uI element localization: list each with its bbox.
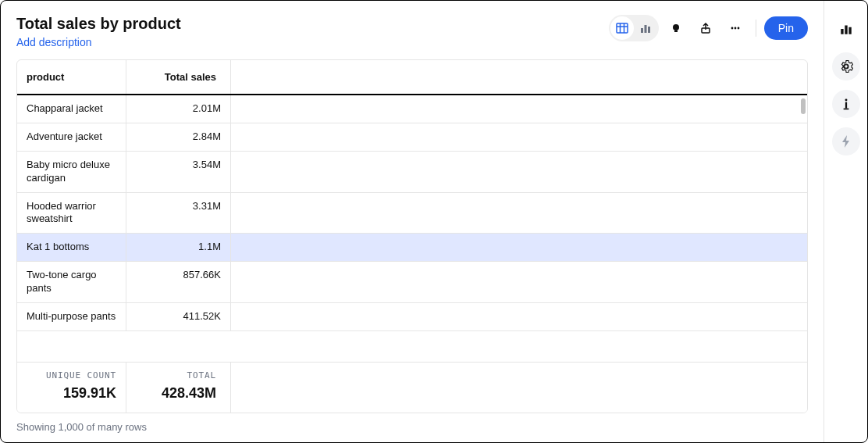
cell-sales: 2.01M (126, 95, 231, 123)
svg-rect-15 (848, 27, 851, 34)
table-header: product Total sales (17, 60, 807, 95)
share-icon (699, 22, 712, 34)
column-header-product[interactable]: product (17, 60, 126, 94)
cell-rest (231, 262, 807, 302)
title-block: Total sales by product Add description (16, 15, 181, 48)
cell-rest (231, 234, 807, 261)
cell-product: Kat 1 bottoms (17, 234, 126, 261)
table-row[interactable]: Hooded warrior sweatshirt3.31M (17, 193, 807, 234)
svg-rect-5 (644, 25, 646, 33)
rail-chart-button[interactable] (832, 15, 860, 43)
summary-product-value: 159.91K (27, 385, 116, 402)
table-row[interactable]: Adventure jacket2.84M (17, 123, 807, 152)
summary-sales-value: 428.43M (136, 385, 216, 402)
share-button[interactable] (693, 16, 718, 41)
cell-rest (231, 152, 807, 192)
cell-rest (231, 193, 807, 234)
summary-product-label: UNIQUE COUNT (27, 370, 116, 380)
svg-rect-4 (641, 28, 643, 33)
svg-point-10 (731, 27, 733, 30)
table-icon (616, 22, 628, 34)
toolbar: Pin (609, 15, 808, 41)
pin-button[interactable]: Pin (764, 16, 808, 40)
column-header-rest (231, 60, 807, 94)
rail-info-button[interactable] (832, 90, 860, 118)
data-table: product Total sales Chapparal jacket2.01… (16, 59, 808, 413)
ellipsis-icon (729, 22, 742, 34)
cell-sales: 3.31M (126, 193, 231, 234)
cell-product: Chapparal jacket (17, 95, 126, 123)
cell-product: Adventure jacket (17, 123, 126, 151)
svg-point-11 (734, 27, 736, 30)
summary-rest (231, 363, 807, 413)
summary-row: UNIQUE COUNT 159.91K TOTAL 428.43M (17, 362, 807, 413)
svg-rect-6 (648, 27, 650, 33)
svg-point-12 (737, 27, 739, 30)
separator (756, 20, 756, 37)
rail-bolt-button[interactable] (832, 127, 860, 155)
cell-sales: 857.66K (126, 262, 231, 302)
summary-product: UNIQUE COUNT 159.91K (17, 363, 126, 413)
column-header-total-sales[interactable]: Total sales (126, 60, 231, 94)
insight-button[interactable] (663, 16, 688, 41)
gear-icon (839, 59, 853, 73)
more-button[interactable] (723, 16, 748, 41)
bar-chart-icon (839, 22, 853, 36)
table-row[interactable]: Multi-purpose pants411.52K (17, 303, 807, 331)
cell-product: Hooded warrior sweatshirt (17, 193, 126, 234)
page-title: Total sales by product (16, 15, 181, 33)
footer-text: Showing 1,000 of many rows (16, 421, 808, 433)
summary-sales-label: TOTAL (136, 370, 216, 380)
table-view-button[interactable] (610, 16, 634, 40)
svg-point-16 (844, 65, 848, 69)
table-row[interactable]: Kat 1 bottoms1.1M (17, 234, 807, 262)
cell-sales: 1.1M (126, 234, 231, 261)
table-row[interactable]: Baby micro deluxe cardigan3.54M (17, 152, 807, 193)
lightbulb-icon (670, 22, 682, 34)
bolt-icon (840, 134, 852, 148)
cell-product: Multi-purpose pants (17, 303, 126, 330)
svg-point-17 (845, 98, 847, 101)
chart-view-button[interactable] (634, 16, 657, 40)
main-panel: Total sales by product Add description (1, 1, 824, 442)
cell-rest (231, 95, 807, 123)
table-row[interactable]: Two-tone cargo pants857.66K (17, 262, 807, 303)
rail-settings-button[interactable] (832, 52, 860, 80)
header-row: Total sales by product Add description (16, 15, 808, 48)
add-description-link[interactable]: Add description (16, 36, 181, 48)
view-toggle (609, 15, 659, 41)
cell-product: Baby micro deluxe cardigan (17, 152, 126, 192)
svg-rect-19 (843, 109, 848, 110)
svg-rect-18 (845, 102, 846, 109)
scrollbar-thumb[interactable] (801, 98, 806, 114)
svg-rect-8 (674, 30, 678, 32)
cell-sales: 3.54M (126, 152, 231, 192)
bar-chart-icon (639, 22, 652, 34)
summary-sales: TOTAL 428.43M (126, 363, 231, 413)
table-row[interactable]: Chapparal jacket2.01M (17, 95, 807, 123)
table-body[interactable]: Chapparal jacket2.01MAdventure jacket2.8… (17, 95, 807, 362)
svg-rect-14 (845, 26, 847, 34)
cell-rest (231, 123, 807, 151)
info-icon (839, 97, 853, 111)
svg-rect-0 (617, 23, 628, 33)
cell-sales: 411.52K (126, 303, 231, 330)
svg-rect-13 (841, 29, 843, 34)
svg-point-7 (673, 24, 679, 30)
cell-rest (231, 303, 807, 330)
side-rail (824, 1, 867, 442)
cell-sales: 2.84M (126, 123, 231, 151)
cell-product: Two-tone cargo pants (17, 262, 126, 302)
